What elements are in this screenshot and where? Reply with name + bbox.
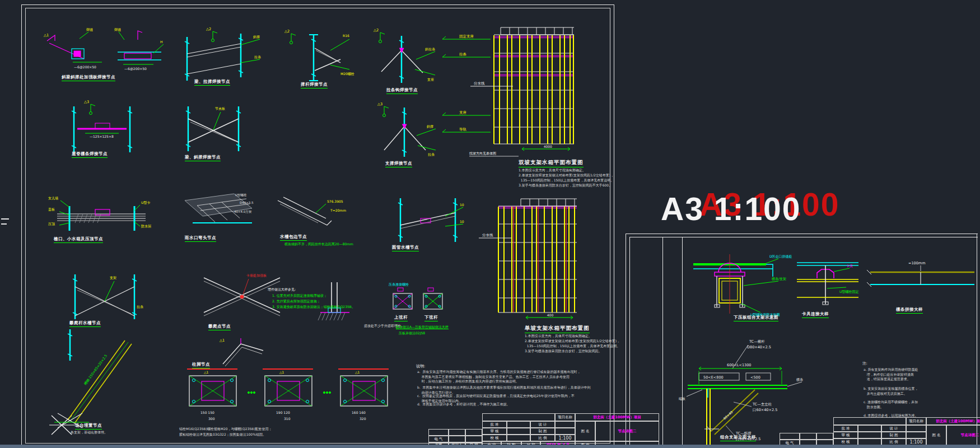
- detail-d5-sketch: △3—125×125×8: [63, 101, 141, 156]
- sketch-label: △1: [204, 370, 209, 374]
- sketch-label: 10: [460, 220, 464, 223]
- detail-caption: 水槽包边节点: [280, 234, 307, 241]
- project-label: 项目名称: [555, 413, 575, 421]
- detail-d4-sketch: △2斜拉条支座: [367, 28, 440, 86]
- cad-canvas[interactable]: A3 1:100 A3 1:100 焊缝—6@200×50焊缝H—6@200×5…: [0, 0, 980, 448]
- sketch-label: 40×4.0方管: [234, 210, 252, 214]
- detail-caption: 圆管水槽节点: [392, 245, 419, 251]
- detail-d10-sketch: 576.3905T=20mm: [269, 190, 358, 235]
- sketch-label: 拉条: [428, 152, 435, 156]
- grid1-note: 2.单坡支架按双坡支架做法对称布置(支架按间距1/2交错布置)，: [519, 173, 614, 178]
- sketch-label: TC—横杆: [749, 339, 765, 344]
- sketch-label: 节点板: [215, 106, 225, 110]
- approve-value: [507, 421, 530, 428]
- detail-rd1-sketch: D区企口拼缝处檩条/支架U型螺栓带防水垫圈: [688, 252, 788, 316]
- grid2-note: 1.本图仅示意方向，具体尺寸现场实测确定。: [525, 334, 592, 339]
- detail-d16-sketch: 槽钢-150×65×20×2.5: [53, 329, 148, 428]
- detail-d7-sketch: △3斜撑拉条: [372, 103, 439, 159]
- sketch-label: D48×3.5: [240, 201, 254, 204]
- grid1-title: 双坡支架水箱平面布置图: [519, 159, 584, 167]
- sketch-label: 压顶: [48, 222, 55, 226]
- verify-label: 校 核: [482, 435, 507, 441]
- sketch-label: 檩条/支架: [772, 277, 786, 281]
- detail-baseplate-sketch: △1150 150300: [179, 367, 246, 423]
- detail-caption: 檐口、小水箱及压顶节点: [54, 236, 103, 243]
- grid1-note: 3.架子与檩条连接采用防水自攻钉，宜控制架间距不大于600。: [519, 183, 612, 188]
- detail-d12-sketch: 支架拉条: [63, 269, 147, 321]
- sketch-label: TC—主立柱: [752, 402, 772, 407]
- grid2-note: 135—150间距控制，150以上按需布置，具体详见布置说明。: [525, 344, 620, 349]
- right-notes-heading: 注:: [862, 361, 867, 366]
- draft-value: [906, 432, 926, 438]
- check-label: 审 核: [482, 428, 507, 435]
- sketch-label: △1: [279, 370, 284, 374]
- baseplate-note: 胶粘锚栓做法详见图集03G322；按图集做法100%锚固。: [179, 432, 266, 437]
- anchor-note-heading: 埋件做法大样参见:: [268, 287, 296, 292]
- detail-d10-note: 横装倾斜不齐，间距按件长边距离20—80mm: [284, 241, 353, 246]
- design-label: 设 计: [530, 421, 555, 428]
- sketch-label: <500: [750, 375, 760, 380]
- sketch-label: 150 150: [200, 410, 214, 414]
- notes-item: d. 本图集仅供设计参考，未经设计同意，不得作为施工依据。: [417, 402, 510, 407]
- waterproof-note-green: 压板并做法02J58: [399, 330, 425, 335]
- sketch-label: 檩条: [796, 377, 803, 381]
- sketch-label: 端板: [679, 396, 685, 400]
- detail-caption: 上弦杆: [394, 315, 408, 321]
- sketch-label: 支架: [110, 276, 116, 280]
- sketch-label: U型卡: [141, 200, 150, 205]
- sketch-label: 支座: [459, 110, 467, 115]
- margin-tick: [1, 223, 7, 225]
- detail-rd2-sketch: 卡具U型螺栓固定: [792, 255, 865, 311]
- elec-row: 电 气: [428, 436, 449, 442]
- grid2-note: 3.架子与檩条连接采用防水自攻钉，宜控制架间距。: [525, 349, 602, 354]
- rd4-post-foot: [704, 424, 727, 432]
- draft-label: 制 图: [530, 428, 555, 435]
- sketch-label: △1: [44, 33, 49, 38]
- detail-baseplate-sketch: △1160 160320: [330, 367, 398, 423]
- sketch-label: 分水线: [474, 81, 485, 86]
- waterproof-note-green: 防水做法A—压板带芯铺贴做法大样: [396, 324, 449, 329]
- sketch-label: 焊缝: [114, 27, 121, 31]
- sketch-label: 310: [284, 417, 291, 421]
- design-value: [555, 421, 575, 428]
- sketch-label: T=20mm: [330, 208, 346, 212]
- sketch-label: △2: [374, 28, 379, 32]
- sketch-label: —125×125×8: [90, 134, 114, 138]
- notes-item: a. 所有安装直埋件均需统筹确定有实施日期基本次序。当铁塔的安装规格进行修订或有…: [417, 370, 580, 384]
- margin-tick: [1, 218, 9, 220]
- grid-plan-single-slope: 400: [498, 199, 577, 325]
- baseplate-note: 锚栓M16(Q235B)螺栓规格M20，与螺帽(Q235B)配套使用；: [179, 427, 272, 432]
- detail-caption: 支撑焊接节点: [385, 161, 412, 167]
- sketch-label: △2: [284, 29, 290, 34]
- plate-separator-dots: [248, 389, 255, 396]
- fig-name-value: 节点详图二: [946, 425, 980, 445]
- scale-label: 比 例: [530, 435, 555, 441]
- sketch-label: 400: [547, 313, 554, 317]
- detail-rd3-sketch: ≈100mm: [862, 259, 978, 298]
- rd3-caption: 檩条拼接大样: [896, 307, 923, 314]
- sketch-label: 300: [208, 417, 215, 421]
- anchor-note-item: 1. 位置先对齐后固定连接顺序铺设；: [272, 293, 327, 298]
- draft-value: [555, 428, 575, 435]
- grid1-note: 135—150间距控制，150以上按需布置，具体详见布置说明。: [519, 178, 614, 183]
- detail-caption: 梁、斜撑焊接节点: [185, 155, 221, 161]
- sketch-label: 拉条: [459, 52, 467, 57]
- sketch-label: 卡具: [846, 264, 853, 268]
- check-value: [507, 428, 530, 435]
- sketch-label: △1: [355, 370, 360, 374]
- detail-bend-sketch: △1: [217, 336, 268, 368]
- design-label: 设 计: [881, 425, 906, 432]
- project-label: 项目名称: [906, 417, 926, 425]
- sketch-label: 焊缝: [86, 27, 93, 31]
- scale-value: 1:100: [555, 435, 575, 441]
- sketch-label: 卡座处加强板: [246, 273, 267, 278]
- sketch-label: H: [160, 40, 163, 44]
- detail-caption: 下弦杆: [424, 315, 438, 321]
- detail-caption: 场台埋置节点: [75, 423, 102, 430]
- check-value: [858, 432, 881, 438]
- sketch-label: 600<L<1300: [727, 363, 751, 367]
- rd5-caption: 组合支架立面大样: [720, 435, 756, 441]
- plate-separator-dots: [323, 389, 331, 396]
- rev-cell: [816, 433, 833, 440]
- sketch-label: 导轨: [459, 127, 467, 132]
